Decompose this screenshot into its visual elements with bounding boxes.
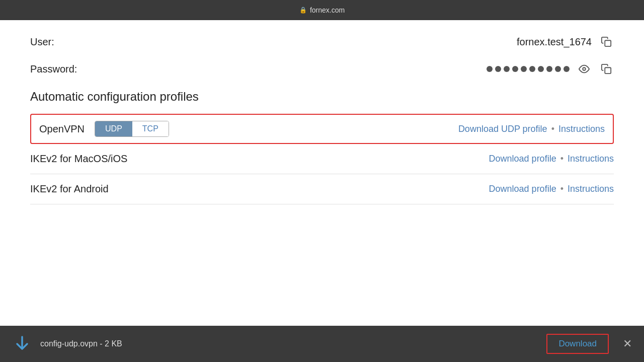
openvpn-row: OpenVPN UDP TCP Download UDP profile • I… xyxy=(30,114,614,144)
dot xyxy=(504,66,510,72)
browser-bar: 🔒 fornex.com xyxy=(0,0,644,20)
download-bar: config-udp.ovpn - 2 KB Download ✕ xyxy=(0,326,644,362)
openvpn-left: OpenVPN UDP TCP xyxy=(39,121,169,137)
dot xyxy=(546,66,552,72)
download-button[interactable]: Download xyxy=(546,334,609,354)
user-value-group: fornex.test_1674 xyxy=(517,35,614,48)
lock-icon: 🔒 xyxy=(299,7,307,14)
svg-rect-2 xyxy=(605,67,611,74)
ikev2-mac-actions: Download profile • Instructions xyxy=(489,154,614,164)
ikev2-mac-instructions-link[interactable]: Instructions xyxy=(568,154,614,164)
dot xyxy=(521,66,527,72)
dot xyxy=(564,66,570,72)
dot xyxy=(529,66,535,72)
separator: • xyxy=(551,124,554,134)
password-value-group xyxy=(487,62,614,76)
tcp-button[interactable]: TCP xyxy=(132,121,169,136)
normal-profile-rows: IKEv2 for MacOS/iOS Download profile • I… xyxy=(30,144,614,204)
download-arrow-icon xyxy=(12,334,32,354)
ikev2-android-row: IKEv2 for Android Download profile • Ins… xyxy=(30,174,614,204)
ikev2-android-instructions-link[interactable]: Instructions xyxy=(568,184,614,194)
user-value: fornex.test_1674 xyxy=(517,36,592,48)
copy-user-button[interactable] xyxy=(599,35,614,48)
download-udp-profile-link[interactable]: Download UDP profile xyxy=(458,124,547,134)
copy-password-button[interactable] xyxy=(599,62,614,76)
udp-tcp-toggle[interactable]: UDP TCP xyxy=(95,121,169,137)
password-label: Password: xyxy=(30,63,77,75)
download-android-profile-link[interactable]: Download profile xyxy=(489,184,556,194)
ikev2-android-actions: Download profile • Instructions xyxy=(489,184,614,194)
show-password-button[interactable] xyxy=(577,62,592,76)
udp-button[interactable]: UDP xyxy=(95,121,132,136)
ikev2-mac-row: IKEv2 for MacOS/iOS Download profile • I… xyxy=(30,144,614,174)
svg-point-1 xyxy=(583,67,586,70)
dot xyxy=(495,66,501,72)
dot xyxy=(487,66,493,72)
main-content: User: fornex.test_1674 Password: xyxy=(0,20,644,326)
download-filename: config-udp.ovpn - 2 KB xyxy=(40,339,538,348)
dot xyxy=(555,66,561,72)
url-text: fornex.com xyxy=(310,6,345,14)
separator: • xyxy=(560,184,564,194)
openvpn-actions: Download UDP profile • Instructions xyxy=(458,124,605,134)
dot xyxy=(512,66,518,72)
svg-rect-0 xyxy=(605,40,611,46)
url-bar: 🔒 fornex.com xyxy=(299,6,345,14)
download-mac-profile-link[interactable]: Download profile xyxy=(489,154,556,164)
close-download-button[interactable]: ✕ xyxy=(623,337,632,350)
password-dots xyxy=(487,66,570,72)
ikev2-mac-name: IKEv2 for MacOS/iOS xyxy=(30,153,127,165)
openvpn-name: OpenVPN xyxy=(39,123,85,135)
user-label: User: xyxy=(30,36,54,48)
dot xyxy=(538,66,544,72)
openvpn-instructions-link[interactable]: Instructions xyxy=(558,124,605,134)
separator: • xyxy=(560,154,564,164)
password-row: Password: xyxy=(30,62,614,76)
section-title: Automatic configuration profiles xyxy=(30,90,614,104)
user-row: User: fornex.test_1674 xyxy=(30,35,614,48)
ikev2-android-name: IKEv2 for Android xyxy=(30,183,109,195)
